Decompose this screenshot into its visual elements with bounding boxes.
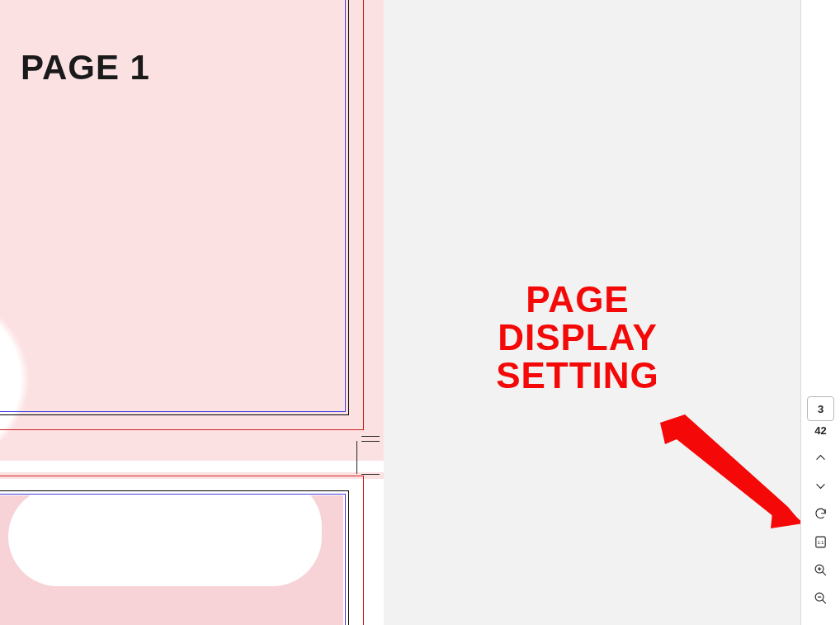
svg-marker-1 — [771, 497, 800, 528]
annotation-callout: PAGE DISPLAY SETTING — [470, 281, 685, 395]
document-canvas: PAGE 1 — [0, 0, 384, 625]
annotation-line: PAGE — [470, 281, 685, 319]
page-1-title: PAGE 1 — [21, 48, 150, 88]
chevron-down-icon — [814, 479, 828, 496]
page-up-button[interactable] — [801, 445, 840, 473]
zoom-in-icon — [814, 563, 828, 580]
viewer-sidebar: 3 42 1:1 — [800, 0, 840, 625]
svg-text:1:1: 1:1 — [818, 540, 824, 545]
rotate-button[interactable] — [801, 501, 840, 529]
chevron-up-icon — [814, 451, 828, 468]
zoom-out-icon — [814, 591, 828, 608]
current-page-input[interactable]: 3 — [807, 396, 834, 421]
page-2 — [0, 476, 384, 625]
annotation-line: SETTING — [470, 357, 685, 395]
svg-line-9 — [823, 599, 826, 603]
svg-line-5 — [823, 571, 826, 575]
page-gap — [0, 461, 384, 472]
page-display-button[interactable]: 1:1 — [801, 529, 840, 557]
crop-mark — [356, 462, 385, 490]
page-2-bleed-guide — [0, 476, 364, 625]
rotate-icon — [814, 507, 828, 524]
current-page-value: 3 — [818, 403, 823, 415]
zoom-in-button[interactable] — [801, 557, 840, 585]
page-display-icon: 1:1 — [814, 535, 828, 552]
page-down-button[interactable] — [801, 473, 840, 501]
page-1: PAGE 1 — [0, 0, 384, 446]
annotation-line: DISPLAY — [470, 319, 685, 357]
annotation-arrow — [652, 414, 800, 538]
zoom-out-button[interactable] — [801, 585, 840, 613]
total-pages-label: 42 — [801, 424, 840, 437]
